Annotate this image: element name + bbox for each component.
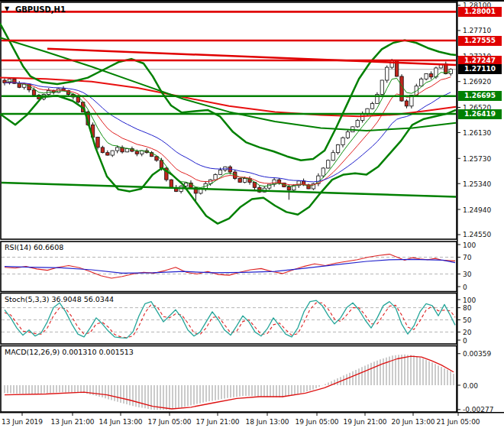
time-tick-label: 19 Jun 05:00: [295, 418, 338, 426]
stoch-tick-label: 0: [463, 337, 467, 345]
candle-body: [243, 178, 246, 182]
stoch-indicator-label: Stoch(5,3,3) 36.9048 56.0344: [5, 295, 114, 303]
candle-body: [400, 76, 403, 101]
time-tick-label: 21 Jun 05:00: [436, 418, 480, 426]
candle-body: [57, 89, 60, 92]
time-tick-label: 19 Jun 21:00: [343, 418, 386, 426]
candle-body: [106, 153, 109, 155]
time-tick-label: 17 Jun 05:00: [147, 418, 191, 426]
price-tick-label: 1.27710: [463, 27, 491, 34]
candle-body: [218, 170, 221, 174]
macd-tick-label: -0.00277: [463, 406, 493, 413]
candle-body: [101, 148, 104, 153]
candle-body: [380, 80, 383, 95]
macd-tick-label: 0.00: [463, 382, 478, 390]
rsi-tick-label: 70: [463, 254, 472, 261]
stoch-tick-label: 20: [463, 329, 472, 336]
candle-body: [356, 120, 359, 126]
candle-body: [346, 132, 349, 138]
candle-body: [331, 153, 334, 160]
panel-border-1: [1, 242, 457, 292]
panel-border-0: [1, 2, 457, 239]
macd-tick-label: 0.00359: [463, 350, 491, 358]
price-chart-canvas[interactable]: 1.281001.277101.273101.269201.265201.261…: [0, 2, 504, 428]
ema-slow-blue-line: [5, 83, 451, 182]
candle-body: [327, 160, 330, 168]
support-price-tag: 1.26695: [458, 91, 502, 101]
time-tick-label: 14 Jun 13:00: [99, 418, 142, 426]
price-tick-label: 1.24940: [463, 206, 491, 214]
candle-body: [135, 151, 138, 154]
price-tick-label: 1.26130: [463, 129, 491, 137]
rsi-indicator-label: RSI(14) 60.6608: [5, 243, 63, 251]
rsi-line: [5, 255, 455, 278]
candle-body: [96, 137, 99, 148]
candle-body: [111, 151, 114, 155]
candle-body: [170, 180, 173, 187]
time-tick-label: 18 Jun 13:00: [245, 418, 289, 426]
candle-body: [425, 74, 428, 79]
resistance-price-tag: 1.28001: [458, 7, 502, 17]
rsi-tick-label: 100: [463, 242, 476, 249]
candle-body: [336, 145, 339, 153]
rsi-tick-label: 30: [463, 271, 472, 278]
symbol-dropdown-icon[interactable]: ▼: [5, 5, 9, 12]
time-tick-label: 13 Jun 21:00: [50, 418, 94, 426]
candle-body: [125, 149, 128, 152]
resistance-price-tag: 1.27555: [458, 36, 502, 46]
candle-body: [405, 101, 408, 106]
price-tick-label: 1.26920: [463, 78, 491, 86]
candle-body: [321, 168, 325, 176]
time-tick-label: 20 Jun 13:00: [391, 418, 435, 426]
stoch-tick-label: 50: [463, 316, 472, 324]
trendline-1[interactable]: [2, 183, 456, 197]
price-tick-label: 1.24550: [463, 231, 491, 238]
price-tick-label: 1.25340: [463, 180, 491, 188]
macd-indicator-label: MACD(12,26,9) 0.001310 0.001513: [5, 348, 134, 356]
candle-body: [287, 186, 290, 190]
stoch-k-line: [5, 300, 455, 338]
candle-body: [341, 138, 344, 144]
price-tick-label: 1.25730: [463, 155, 491, 163]
candle-body: [115, 148, 118, 151]
candle-body: [429, 74, 432, 77]
support-price-tag: 1.26419: [458, 109, 502, 119]
candle-body: [370, 103, 373, 109]
candle-body: [214, 174, 217, 180]
time-tick-label: 13 Jun 2019: [2, 418, 43, 426]
current-price-price-tag: 1.27110: [458, 64, 502, 74]
candle-body: [420, 79, 423, 86]
rsi-tick-label: 0: [463, 284, 467, 291]
chart-title: GBPUSD,H1: [15, 5, 66, 14]
stoch-tick-label: 100: [463, 297, 476, 304]
chart-window: 1.281001.277101.273101.269201.265201.261…: [0, 0, 504, 428]
stoch-tick-label: 80: [463, 304, 472, 312]
candle-body: [386, 67, 389, 80]
trendline-0[interactable]: [47, 49, 456, 65]
time-tick-label: 17 Jun 21:00: [195, 418, 239, 426]
candle-body: [238, 178, 241, 182]
slow-green-ma-line: [0, 37, 456, 131]
candle-body: [32, 90, 35, 96]
